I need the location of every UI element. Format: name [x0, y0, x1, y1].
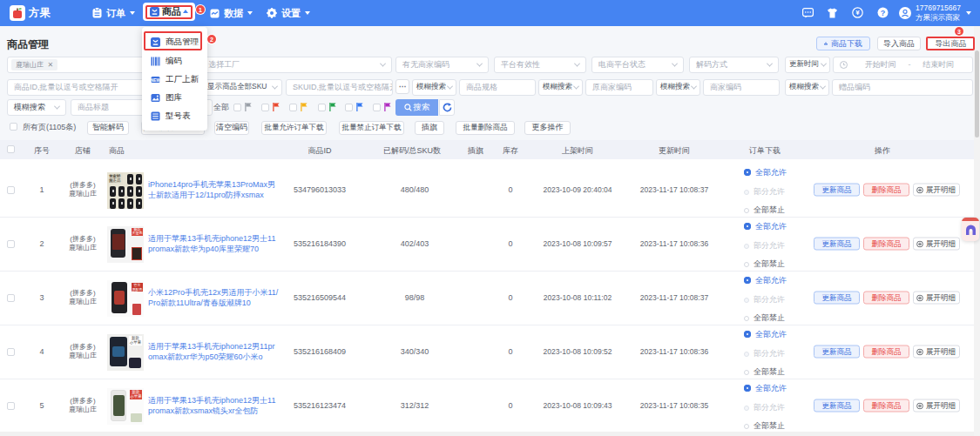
svg-text:?: ? — [881, 9, 886, 17]
svg-text:NEW: NEW — [151, 77, 160, 83]
svg-text:¥: ¥ — [855, 9, 860, 17]
